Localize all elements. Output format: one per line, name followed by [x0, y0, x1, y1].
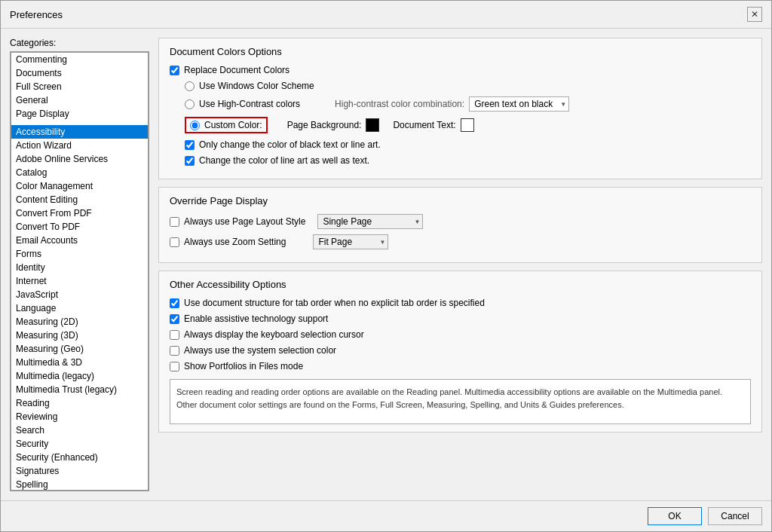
sidebar-item-securityenhanced[interactable]: Security (Enhanced): [11, 451, 148, 464]
sidebar-item-search[interactable]: Search: [11, 423, 148, 437]
sidebar-item-signatures[interactable]: Signatures: [11, 464, 148, 478]
high-contrast-combo-label: High-contrast color combination:: [335, 99, 464, 109]
custom-color-highlight: Custom Color:: [185, 117, 268, 133]
only-black-text-row: Only change the color of black text or l…: [185, 139, 751, 150]
override-page-title: Override Page Display: [170, 195, 751, 206]
sidebar-item-actionwizard[interactable]: Action Wizard: [11, 139, 148, 152]
tab-order-row: Use document structure for tab order whe…: [170, 298, 751, 308]
page-layout-dropdown[interactable]: Single Page Two-Up Continuous: [317, 214, 423, 229]
sidebar-item-multimedialegacy[interactable]: Multimedia (legacy): [11, 369, 148, 383]
sidebar-item-emailaccounts[interactable]: Email Accounts: [11, 234, 148, 247]
sidebar-item-measuring2d[interactable]: Measuring (2D): [11, 315, 148, 329]
left-panel: Categories: Commenting Documents Full Sc…: [10, 38, 149, 491]
sidebar-item-measuringgeo[interactable]: Measuring (Geo): [11, 342, 148, 356]
sidebar-item-forms[interactable]: Forms: [11, 247, 148, 261]
always-zoom-checkbox[interactable]: [170, 237, 179, 247]
page-background-label: Page Background:: [287, 120, 362, 130]
sidebar-item-multimedia3d[interactable]: Multimedia & 3D: [11, 356, 148, 369]
zoom-dropdown[interactable]: Fit Page Fit Width Fit Height Actual Siz…: [313, 234, 388, 249]
high-contrast-dropdown-wrapper: Green text on black White text on black …: [469, 96, 569, 112]
dialog-title: Preferences: [10, 9, 63, 20]
change-line-art-label: Change the color of line art as well as …: [199, 155, 369, 166]
portfolios-checkbox[interactable]: [170, 362, 179, 371]
custom-color-label: Custom Color:: [204, 120, 262, 130]
assistive-tech-checkbox[interactable]: [170, 314, 179, 324]
sidebar-item-internet[interactable]: Internet: [11, 274, 148, 288]
use-windows-scheme-row: Use Windows Color Scheme: [185, 81, 751, 91]
override-page-section: Override Page Display Always use Page La…: [158, 187, 762, 263]
info-box: Screen reading and reading order options…: [170, 379, 751, 424]
zoom-setting-row: Always use Zoom Setting Fit Page Fit Wid…: [170, 234, 751, 249]
page-background-swatch[interactable]: [366, 118, 379, 132]
always-zoom-label: Always use Zoom Setting: [184, 237, 286, 247]
always-page-layout-label: Always use Page Layout Style: [184, 216, 305, 227]
sidebar-item-measuring3d[interactable]: Measuring (3D): [11, 329, 148, 342]
sidebar-item-pagedisplay[interactable]: Page Display: [11, 107, 148, 121]
categories-label: Categories:: [10, 38, 149, 48]
sidebar-item-spelling[interactable]: Spelling: [11, 478, 148, 491]
page-layout-dropdown-wrapper: Single Page Two-Up Continuous: [317, 214, 423, 229]
sidebar-item-language[interactable]: Language: [11, 301, 148, 315]
change-line-art-row: Change the color of line art as well as …: [185, 155, 751, 166]
replace-colors-row: Replace Document Colors: [170, 65, 751, 75]
sidebar-item-convertfrompdf[interactable]: Convert From PDF: [11, 206, 148, 220]
sidebar-item-javascript[interactable]: JavaScript: [11, 288, 148, 301]
sidebar-item-general[interactable]: General: [11, 93, 148, 107]
keyboard-cursor-label: Always display the keyboard selection cu…: [184, 329, 364, 340]
sidebar-item-catalog[interactable]: Catalog: [11, 166, 148, 179]
high-contrast-row: Use High-Contrast colors High-contrast c…: [185, 96, 751, 112]
sidebar-item-converttopdf[interactable]: Convert To PDF: [11, 220, 148, 234]
replace-colors-label: Replace Document Colors: [184, 65, 290, 75]
other-accessibility-section: Other Accessibility Options Use document…: [158, 271, 762, 433]
ok-button[interactable]: OK: [648, 507, 702, 525]
close-button[interactable]: ✕: [747, 7, 762, 22]
tab-order-checkbox[interactable]: [170, 298, 179, 308]
sidebar-item-contentediting[interactable]: Content Editing: [11, 193, 148, 206]
sidebar-item-documents[interactable]: Documents: [11, 66, 148, 80]
categories-list-wrap: Commenting Documents Full Screen General…: [10, 51, 149, 491]
dialog-body: Categories: Commenting Documents Full Sc…: [1, 29, 771, 500]
high-contrast-dropdown[interactable]: Green text on black White text on black …: [469, 96, 569, 112]
change-line-art-checkbox[interactable]: [185, 156, 195, 166]
sidebar-item-fullscreen[interactable]: Full Screen: [11, 80, 148, 93]
preferences-dialog: Preferences ✕ Categories: Commenting Doc…: [0, 0, 772, 532]
sidebar-item-reading[interactable]: Reading: [11, 396, 148, 410]
system-selection-row: Always use the system selection color: [170, 345, 751, 356]
sidebar-item-adobeonlineservices[interactable]: Adobe Online Services: [11, 152, 148, 166]
only-black-text-label: Only change the color of black text or l…: [199, 139, 381, 150]
custom-color-radio[interactable]: [190, 121, 200, 130]
portfolios-label: Show Portfolios in Files mode: [184, 361, 303, 371]
sidebar-item-identity[interactable]: Identity: [11, 261, 148, 274]
document-text-swatch[interactable]: [461, 118, 474, 132]
use-windows-scheme-label: Use Windows Color Scheme: [199, 81, 314, 91]
assistive-tech-label: Enable assistive technology support: [184, 313, 328, 324]
tab-order-label: Use document structure for tab order whe…: [184, 298, 485, 308]
use-high-contrast-label: Use High-Contrast colors: [199, 99, 300, 109]
use-high-contrast-radio[interactable]: [185, 99, 195, 109]
system-selection-checkbox[interactable]: [170, 346, 179, 356]
assistive-tech-row: Enable assistive technology support: [170, 313, 751, 324]
only-black-text-checkbox[interactable]: [185, 140, 195, 150]
portfolios-row: Show Portfolios in Files mode: [170, 361, 751, 371]
zoom-dropdown-wrapper: Fit Page Fit Width Fit Height Actual Siz…: [313, 234, 388, 249]
sidebar-item-reviewing[interactable]: Reviewing: [11, 410, 148, 423]
keyboard-cursor-checkbox[interactable]: [170, 330, 179, 340]
cancel-button[interactable]: Cancel: [708, 507, 762, 525]
system-selection-label: Always use the system selection color: [184, 345, 336, 356]
sidebar-item-security[interactable]: Security: [11, 437, 148, 451]
sidebar-item-commenting[interactable]: Commenting: [11, 53, 148, 66]
use-windows-scheme-radio[interactable]: [185, 81, 195, 91]
sidebar-item-accessibility[interactable]: Accessibility: [11, 125, 148, 139]
custom-color-row: Custom Color: Page Background: Document …: [185, 117, 751, 133]
keyboard-cursor-row: Always display the keyboard selection cu…: [170, 329, 751, 340]
categories-list: Commenting Documents Full Screen General…: [11, 52, 149, 491]
document-text-label: Document Text:: [393, 120, 455, 130]
title-bar: Preferences ✕: [1, 1, 771, 29]
page-layout-row: Always use Page Layout Style Single Page…: [170, 214, 751, 229]
replace-colors-checkbox[interactable]: [170, 66, 179, 75]
always-page-layout-checkbox[interactable]: [170, 217, 179, 227]
document-colors-title: Document Colors Options: [170, 46, 751, 57]
document-colors-section: Document Colors Options Replace Document…: [158, 38, 762, 179]
sidebar-item-colormanagement[interactable]: Color Management: [11, 179, 148, 193]
sidebar-item-multimediatrust[interactable]: Multimedia Trust (legacy): [11, 383, 148, 396]
